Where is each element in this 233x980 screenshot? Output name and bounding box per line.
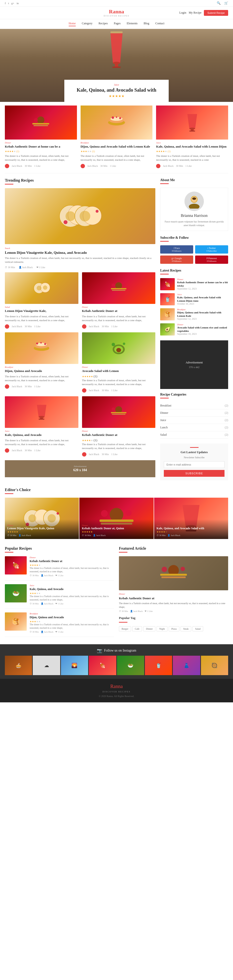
pop-title-3: Dijon, Quinoa and Avocado xyxy=(30,616,114,619)
pop-img-1: 🍖 xyxy=(5,556,27,574)
footer-logo[interactable]: Ranna xyxy=(5,684,228,689)
editor-item-1[interactable]: Dinner Lemon Dijon Vinaigrette Kale, Qui… xyxy=(5,498,79,539)
svg-point-73 xyxy=(101,510,108,517)
latest-info-3: Breakfast Dijon, Quinoa and Avocado Sala… xyxy=(177,308,228,320)
twitter-icon[interactable]: t xyxy=(8,2,9,5)
submit-recipe-button[interactable]: Submit Recipe xyxy=(204,10,228,16)
ad-banner-trending: Advertisement 620 x 104 xyxy=(5,460,155,477)
footer-copyright: © 2020 Ranna. All Rights Reserved. xyxy=(5,695,228,697)
trending-card-5-tag: Juice xyxy=(5,430,78,432)
latest-img-1: 🍖 xyxy=(160,278,175,290)
trending-card-2-tag: Dinner xyxy=(82,306,155,308)
tag-cafe[interactable]: Cafe xyxy=(132,626,142,632)
svg-marker-1 xyxy=(111,33,122,63)
login-button[interactable]: Login xyxy=(179,11,186,14)
svg-point-6 xyxy=(37,116,44,124)
twitter-follow-btn[interactable]: t Twitter0 Subscriber xyxy=(195,245,228,254)
pop-likes-3: ❤ 1 Like xyxy=(55,631,63,633)
insta-img-6[interactable]: 🥤 xyxy=(145,656,172,675)
svg-point-15 xyxy=(119,117,121,119)
cart-icon[interactable]: 🛒 xyxy=(224,1,228,5)
tc2-author: Jack Black xyxy=(89,325,100,328)
nav-elements[interactable]: Elements xyxy=(127,22,138,26)
tc2-likes: 1 Like xyxy=(111,325,117,328)
svg-point-49 xyxy=(123,342,125,345)
nav-blog[interactable]: Blog xyxy=(144,22,149,26)
about-avatar xyxy=(184,192,204,211)
insta-img-5[interactable]: 🥗 xyxy=(117,656,144,675)
linkedin-icon[interactable]: in xyxy=(16,2,19,5)
about-name: Brianna Harrison xyxy=(164,213,224,218)
insta-img-7[interactable]: 👗 xyxy=(173,656,200,675)
editor-item-3[interactable]: Juice Kale, Quinoa, and Avocado Salad wi… xyxy=(154,498,228,539)
social-follow-grid: f Face0 Followers t Twitter0 Subscriber … xyxy=(160,245,228,264)
cat-juice-count: (2) xyxy=(225,418,228,422)
svg-point-83 xyxy=(181,567,185,571)
latest-info-2: Juice Kale, Quinoa, and Avocado Salad wi… xyxy=(177,293,228,305)
tag-salad[interactable]: Salad xyxy=(192,626,203,632)
tc4-author: Jack Black xyxy=(89,389,100,392)
latest-title-1: Kebab Authentic Doner at home can be a b… xyxy=(177,280,228,288)
newsletter-email-input[interactable] xyxy=(164,461,225,468)
popular-title: Popular Recipes xyxy=(5,546,114,550)
editor-time-3: ⏱ 30 Min xyxy=(157,534,166,536)
pop-img-2: 🥗 xyxy=(5,584,27,603)
googleplus-icon[interactable]: g+ xyxy=(11,2,14,5)
tc1-time: 30 Min xyxy=(25,325,32,328)
nav-category[interactable]: Category xyxy=(82,22,92,26)
insta-img-3[interactable]: 🌄 xyxy=(61,656,88,675)
pinterest-follow-btn[interactable]: P Pinterest0 Followers xyxy=(195,256,228,264)
popular-tags-title: Popular Tag xyxy=(119,616,228,620)
latest-item-4: 🥑 Dinner Avocado Salad with Lemon rice a… xyxy=(160,323,228,336)
site-logo[interactable]: Ranna xyxy=(104,8,129,15)
tag-burger[interactable]: Burger xyxy=(119,626,131,632)
tag-pizza[interactable]: Pizza xyxy=(169,626,179,632)
nav-pages[interactable]: Pages xyxy=(114,22,120,26)
editor-item-2[interactable]: Dinner Kebab Authentic Doner at, Quinn ★… xyxy=(79,498,154,539)
editor-title-3: Kale, Quinoa, and Avocado Salad with xyxy=(157,527,226,530)
cat-dinner[interactable]: Dinner (2) xyxy=(160,409,228,417)
card-2-avatar xyxy=(81,164,85,168)
pop-stars-1: ★★★★★ xyxy=(30,564,114,566)
nav-home[interactable]: Home xyxy=(69,22,76,26)
latest-item-3: 🥞 Breakfast Dijon, Quinoa and Avocado Sa… xyxy=(160,308,228,320)
insta-img-2[interactable]: ☁ xyxy=(33,656,60,675)
nav-contact[interactable]: Contact xyxy=(155,22,164,26)
editor-title-1: Lemon Dijon Vinaigrette Kale, Quinn xyxy=(7,527,76,530)
categories-section: Recipe Categories Breakfast (2) Dinner (… xyxy=(160,393,228,439)
insta-img-4[interactable]: 🍖 xyxy=(89,656,116,675)
tag-steak[interactable]: Steak xyxy=(181,626,191,632)
pop-info-3: Breakfast Dijon, Quinoa and Avocado ★★★★… xyxy=(30,612,114,633)
login-area: Login My Recipe Submit Recipe xyxy=(179,10,228,16)
cat-salad[interactable]: Salad (2) xyxy=(160,431,228,439)
cat-lunch[interactable]: Lunch (2) xyxy=(160,424,228,431)
editor-overlay-2: Dinner Kebab Authentic Doner at, Quinn ★… xyxy=(79,519,154,539)
trending-red-line xyxy=(5,184,13,185)
card-3-text: The doner is a Turkish creation of meat,… xyxy=(156,154,228,162)
editor-meta-1: ⏱ 30 Min 👤 Jack Black xyxy=(7,534,76,536)
cat-juice[interactable]: Juice (2) xyxy=(160,417,228,424)
newsletter-subscribe-button[interactable]: SUBSCRIBE xyxy=(164,470,225,477)
card-2-likes: 1 Like xyxy=(110,165,116,167)
tc4-likes: 1 Like xyxy=(111,389,117,392)
svg-point-48 xyxy=(112,343,115,346)
cat-breakfast[interactable]: Breakfast (2) xyxy=(160,402,228,409)
nav-recipes[interactable]: Recipes xyxy=(98,22,108,26)
trending-card-4-image xyxy=(82,332,155,364)
tag-night[interactable]: Night xyxy=(157,626,168,632)
feat-art-img xyxy=(119,556,228,590)
trending-card-5: Juice Kale, Quinoa, and Avocado The done… xyxy=(5,396,78,457)
insta-img-8[interactable]: 🥘 xyxy=(201,656,228,675)
search-icon[interactable]: 🔍 xyxy=(217,1,220,5)
tag-dinner[interactable]: Dinner xyxy=(143,626,155,632)
latest-date-3: September 12, 2023 xyxy=(177,318,228,320)
insta-img-1[interactable]: 🥧 xyxy=(5,656,32,675)
my-recipe-button[interactable]: My Recipe xyxy=(189,11,201,14)
svg-point-74 xyxy=(126,510,132,516)
google-follow-btn[interactable]: g+ Google0 Followers xyxy=(160,256,193,264)
facebook-icon[interactable]: f xyxy=(5,2,6,5)
facebook-follow-btn[interactable]: f Face0 Followers xyxy=(160,245,193,254)
feat-art-article-title: Kebab Authentic Doner at xyxy=(119,597,228,600)
latest-tag-2: Juice xyxy=(177,293,228,296)
pop-time-3: ⏱ 30 Min xyxy=(30,631,39,633)
